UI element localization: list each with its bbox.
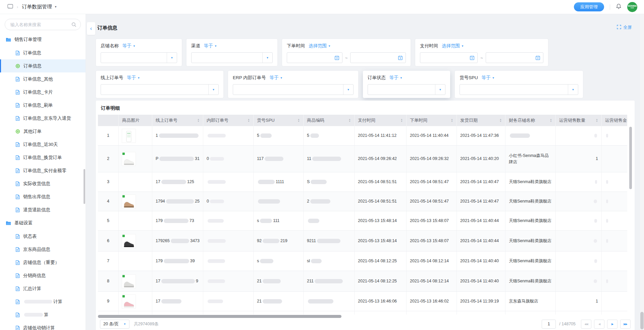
sort-icon[interactable]: ▲▼ — [248, 118, 250, 122]
first-page-button[interactable]: ◀◀ — [581, 320, 591, 329]
date-input[interactable] — [287, 52, 342, 63]
sidebar-folder[interactable]: 基础设置 — [0, 216, 86, 230]
table-row: 8179212112021-05-14 08:12:252021-05-14 0… — [98, 271, 627, 292]
sidebar-item-店铺信息（重要）[interactable]: 店铺信息（重要） — [0, 256, 86, 269]
sidebar-folder[interactable]: 销售订单管理 — [0, 33, 86, 46]
redacted-blob — [263, 239, 279, 243]
sort-icon[interactable]: ▲▼ — [298, 118, 300, 122]
redacted-blob — [263, 299, 282, 304]
sidebar-item-其他订单[interactable]: 其他订单 — [0, 125, 86, 138]
page-size-select[interactable]: 20 条/页 ▼ — [100, 320, 129, 329]
avatar[interactable]: SENMA Com — [627, 2, 637, 12]
sidebar-item-订单信息_实付金额零[interactable]: 订单信息_实付金额零 — [0, 164, 86, 177]
column-header-online-order-no[interactable]: 线上订单号▲▼ — [152, 115, 203, 126]
sidebar-item-京东商品信息[interactable]: 京东商品信息 — [0, 243, 86, 256]
cell-order-time: 2021-05-13 16:46:02 — [407, 292, 457, 311]
next-page-button[interactable]: ▶ — [607, 320, 618, 329]
sidebar-item-分销商信息[interactable]: 分销商信息 — [0, 269, 86, 282]
filter-operator-dropdown[interactable]: 等于▼ — [204, 43, 217, 49]
page-scrollbar-thumb[interactable] — [640, 312, 644, 329]
filter-select[interactable]: ▼ — [460, 84, 578, 95]
sidebar-item-销售出库信息[interactable]: 销售出库信息 — [0, 190, 86, 203]
cell-product-image — [119, 211, 152, 230]
date-input[interactable] — [420, 52, 478, 63]
prev-page-button[interactable]: ◀ — [594, 320, 604, 329]
column-header-product-code[interactable]: 商品编码▲▼ — [304, 115, 355, 126]
column-header-ship-date[interactable]: 发货日期▲▼ — [457, 115, 505, 126]
sidebar-item-实际收货信息[interactable]: 实际收货信息 — [0, 177, 86, 190]
sidebar-item-订单信息_近30天[interactable]: 订单信息_近30天 — [0, 138, 86, 151]
filter-card-支付时间: 支付时间选择范围▼~ — [415, 39, 548, 66]
product-thumbnail[interactable] — [122, 129, 136, 143]
sidebar-item[interactable]: 算 — [0, 308, 86, 321]
sort-icon[interactable]: ▲▼ — [348, 118, 351, 122]
redacted-blob — [594, 239, 597, 243]
sidebar-item-订单信息_刷单[interactable]: 订单信息_刷单 — [0, 99, 86, 112]
window-icon[interactable] — [7, 4, 13, 10]
top-bar: › 订单数据管理 ▼ 应用管理 SENMA Com — [0, 0, 644, 14]
sidebar-item-退货退款信息[interactable]: 退货退款信息 — [0, 203, 86, 216]
product-thumbnail[interactable] — [122, 234, 136, 248]
column-header-internal-order-no[interactable]: 内部订单号▲▼ — [203, 115, 254, 126]
page-number-input[interactable]: 1 — [542, 320, 556, 329]
product-thumbnail[interactable] — [122, 275, 136, 288]
table-horizontal-scrollbar-thumb[interactable] — [98, 315, 341, 318]
sidebar-item-订单信息_京东导入退货[interactable]: 订单信息_京东导入退货 — [0, 112, 86, 125]
filter-operator-dropdown[interactable]: 等于▼ — [122, 43, 136, 49]
sort-icon[interactable]: ▲▼ — [550, 118, 552, 122]
cell-op-sales-amount — [602, 172, 627, 191]
sidebar-item-状态表[interactable]: 状态表 — [0, 230, 86, 243]
cell-spu: s — [254, 252, 304, 271]
sidebar-item-订单信息[interactable]: 订单信息 — [0, 46, 86, 59]
app-manage-button[interactable]: 应用管理 — [574, 2, 604, 11]
filter-operator-dropdown[interactable]: 等于▼ — [127, 75, 140, 81]
filter-select[interactable]: ▼ — [233, 84, 354, 95]
sort-icon[interactable]: ▲▼ — [197, 118, 200, 122]
collapse-back-button[interactable]: ‹ — [87, 22, 95, 35]
cell-product-code — [304, 211, 355, 230]
sidebar-item-店铺低动销计算[interactable]: 店铺低动销计算 — [0, 321, 86, 330]
product-thumbnail[interactable] — [122, 295, 136, 308]
sidebar-item-订单信息_换货订单[interactable]: 订单信息_换货订单 — [0, 151, 86, 164]
sidebar-item-汇总计算[interactable]: 汇总计算 — [0, 282, 86, 295]
column-header-spu[interactable]: 货号SPU▲▼ — [254, 115, 304, 126]
table-vertical-scrollbar-thumb[interactable] — [629, 127, 632, 189]
product-thumbnail[interactable] — [122, 152, 136, 166]
search-input[interactable] — [5, 19, 81, 30]
filter-card-店铺名称: 店铺名称等于▼▼ — [96, 39, 182, 66]
filter-operator-dropdown[interactable]: 等于▼ — [270, 75, 283, 81]
sidebar-item-订单信息_其他[interactable]: 订单信息_其他 — [0, 72, 86, 86]
calendar-icon — [334, 55, 339, 60]
filter-select[interactable]: ▼ — [191, 52, 273, 63]
sidebar-scrollbar-thumb[interactable] — [84, 169, 85, 204]
redacted-blob — [594, 200, 597, 203]
breadcrumb-app-title[interactable]: 订单数据管理 ▼ — [22, 4, 57, 10]
filter-operator-dropdown[interactable]: 等于▼ — [482, 75, 495, 81]
sort-icon[interactable]: ▲▼ — [499, 118, 502, 122]
date-input[interactable] — [486, 52, 543, 63]
column-header-finance-shop-name[interactable]: 财务店铺名称▲▼ — [505, 115, 556, 126]
column-header-op-sales-qty[interactable]: 运营销售数量▲▼ — [556, 115, 602, 126]
date-input[interactable] — [350, 52, 406, 63]
sidebar-item-订单信息[interactable]: 订单信息 — [0, 59, 86, 72]
filter-select[interactable]: ▼ — [101, 52, 177, 63]
column-header-pay-time[interactable]: 支付时间▲▼ — [355, 115, 407, 126]
sidebar-item-订单信息_卡片[interactable]: 订单信息_卡片 — [0, 86, 86, 99]
filter-select[interactable]: ▼ — [101, 84, 219, 95]
product-thumbnail[interactable] — [122, 195, 136, 208]
cell-op-sales-qty — [556, 211, 602, 230]
filter-operator-dropdown[interactable]: 等于▼ — [389, 75, 402, 81]
bell-icon[interactable] — [616, 3, 622, 10]
last-page-button[interactable]: ▶▶ — [620, 320, 631, 329]
cell-row-index: 2 — [98, 146, 119, 172]
redacted-blob — [258, 199, 280, 204]
sort-icon[interactable]: ▲▼ — [451, 118, 453, 122]
column-header-order-time[interactable]: 下单时间▲▼ — [407, 115, 457, 126]
filter-operator-dropdown[interactable]: 选择范围▼ — [442, 43, 464, 49]
sort-icon[interactable]: ▲▼ — [596, 118, 598, 122]
filter-operator-dropdown[interactable]: 选择范围▼ — [309, 43, 331, 49]
sort-icon[interactable]: ▲▼ — [400, 118, 403, 122]
fullscreen-button[interactable]: 全屏 — [617, 24, 632, 31]
filter-select[interactable]: ▼ — [368, 84, 445, 95]
sidebar-item[interactable]: 计算 — [0, 295, 86, 308]
